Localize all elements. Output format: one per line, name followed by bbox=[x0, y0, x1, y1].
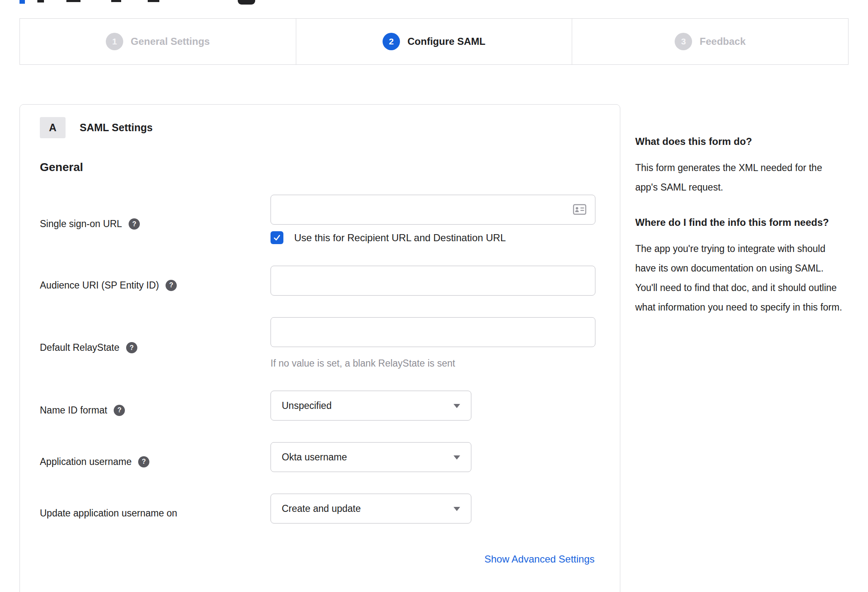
form-row-application-username: Application username ? Okta username bbox=[40, 442, 595, 472]
audience-uri-label: Audience URI (SP Entity ID) bbox=[40, 280, 159, 291]
application-username-label-wrap: Application username ? bbox=[40, 442, 271, 472]
help-icon[interactable]: ? bbox=[138, 456, 149, 467]
step-configure-saml[interactable]: 2 Configure SAML bbox=[296, 18, 573, 65]
clipped-header-fragment bbox=[37, 0, 44, 2]
saml-settings-panel: A SAML Settings General Single sign-on U… bbox=[20, 104, 620, 592]
update-username-control: Create and update bbox=[271, 494, 595, 524]
wizard-stepper: 1 General Settings 2 Configure SAML 3 Fe… bbox=[20, 18, 848, 65]
step-label: Feedback bbox=[700, 36, 746, 47]
name-id-format-label: Name ID format bbox=[40, 405, 107, 416]
step-number-badge: 1 bbox=[106, 33, 123, 50]
clipped-header-fragment bbox=[20, 0, 25, 4]
sso-url-label-wrap: Single sign-on URL ? bbox=[40, 195, 271, 244]
show-advanced-settings-link[interactable]: Show Advanced Settings bbox=[484, 553, 595, 565]
audience-uri-control bbox=[271, 266, 595, 296]
advanced-settings-row: Show Advanced Settings bbox=[40, 553, 595, 565]
step-feedback[interactable]: 3 Feedback bbox=[572, 18, 848, 65]
form-row-name-id-format: Name ID format ? Unspecified bbox=[40, 391, 595, 421]
step-number-badge: 2 bbox=[383, 33, 400, 50]
relay-state-hint: If no value is set, a blank RelayState i… bbox=[271, 358, 595, 369]
name-id-format-value: Unspecified bbox=[282, 400, 332, 411]
sso-url-control: Use this for Recipient URL and Destinati… bbox=[271, 195, 595, 244]
name-id-format-select[interactable]: Unspecified bbox=[271, 391, 471, 421]
saml-form: Single sign-on URL ? bbox=[40, 195, 595, 565]
update-username-label: Update application username on bbox=[40, 508, 177, 519]
sidebar-answer-2: The app you're trying to integrate with … bbox=[635, 239, 843, 317]
form-row-audience-uri: Audience URI (SP Entity ID) ? bbox=[40, 266, 595, 296]
recipient-url-checkbox-row: Use this for Recipient URL and Destinati… bbox=[271, 231, 595, 244]
audience-uri-label-wrap: Audience URI (SP Entity ID) ? bbox=[40, 266, 271, 296]
sidebar-question-2: Where do I find the info this form needs… bbox=[635, 215, 843, 230]
clipped-header-fragment bbox=[148, 0, 159, 2]
section-a-badge: A bbox=[40, 117, 66, 138]
relay-state-label-wrap: Default RelayState ? bbox=[40, 317, 271, 369]
help-icon[interactable]: ? bbox=[114, 405, 125, 416]
application-username-control: Okta username bbox=[271, 442, 595, 472]
audience-uri-input[interactable] bbox=[271, 266, 595, 296]
application-username-label: Application username bbox=[40, 456, 132, 467]
clipped-header-fragment bbox=[66, 0, 80, 2]
sidebar-question-1: What does this form do? bbox=[635, 134, 843, 149]
chevron-down-icon bbox=[454, 507, 460, 511]
relay-state-label: Default RelayState bbox=[40, 342, 119, 353]
form-row-sso-url: Single sign-on URL ? bbox=[40, 195, 595, 244]
chevron-down-icon bbox=[454, 455, 460, 460]
panel-title: SAML Settings bbox=[80, 122, 153, 134]
general-section-title: General bbox=[40, 161, 595, 174]
name-id-format-control: Unspecified bbox=[271, 391, 595, 421]
help-icon[interactable]: ? bbox=[126, 342, 137, 353]
help-icon[interactable]: ? bbox=[129, 218, 140, 230]
checkmark-icon bbox=[273, 233, 281, 242]
name-id-format-label-wrap: Name ID format ? bbox=[40, 391, 271, 421]
help-icon[interactable]: ? bbox=[166, 280, 177, 291]
sidebar-answer-1: This form generates the XML needed for t… bbox=[635, 158, 843, 197]
step-label: Configure SAML bbox=[407, 36, 485, 47]
relay-state-control: If no value is set, a blank RelayState i… bbox=[271, 317, 595, 369]
application-username-select[interactable]: Okta username bbox=[271, 442, 471, 472]
help-sidebar: What does this form do? This form genera… bbox=[635, 134, 843, 335]
recipient-url-checkbox-label: Use this for Recipient URL and Destinati… bbox=[294, 232, 506, 244]
step-general-settings[interactable]: 1 General Settings bbox=[20, 18, 296, 65]
clipped-header-fragment bbox=[111, 0, 121, 2]
application-username-value: Okta username bbox=[282, 452, 347, 463]
sso-url-label: Single sign-on URL bbox=[40, 218, 122, 230]
panel-header: A SAML Settings bbox=[40, 117, 595, 138]
relay-state-input[interactable] bbox=[271, 317, 595, 347]
step-number-badge: 3 bbox=[675, 33, 692, 50]
vcard-icon[interactable] bbox=[573, 204, 586, 215]
update-username-select[interactable]: Create and update bbox=[271, 494, 471, 524]
chevron-down-icon bbox=[454, 404, 460, 408]
recipient-url-checkbox[interactable] bbox=[271, 231, 283, 244]
sso-url-input[interactable] bbox=[271, 195, 595, 225]
clipped-app-icon bbox=[238, 0, 255, 5]
configure-saml-page: 1 General Settings 2 Configure SAML 3 Fe… bbox=[0, 0, 868, 592]
form-row-update-username: Update application username on Create an… bbox=[40, 494, 595, 524]
step-label: General Settings bbox=[131, 36, 210, 47]
update-username-label-wrap: Update application username on bbox=[40, 494, 271, 524]
form-row-relay-state: Default RelayState ? If no value is set,… bbox=[40, 317, 595, 369]
update-username-value: Create and update bbox=[282, 503, 361, 514]
